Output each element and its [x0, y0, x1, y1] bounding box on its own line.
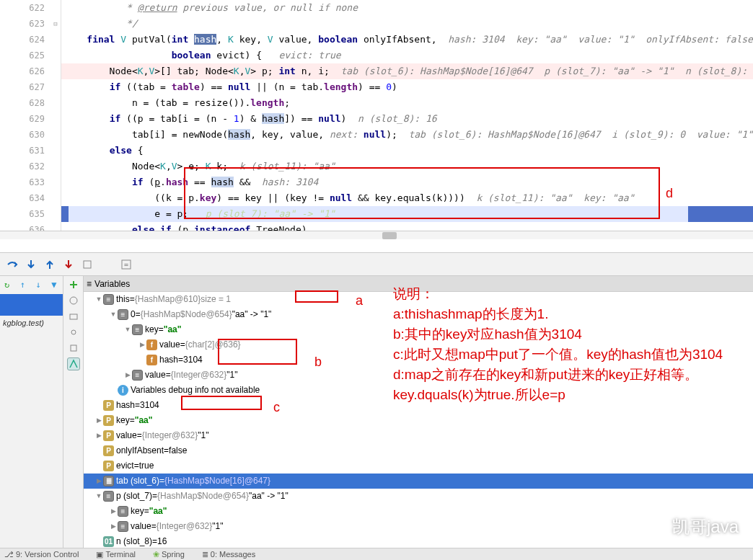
- filter-icon[interactable]: ▼: [51, 280, 63, 291]
- drop-frame-icon[interactable]: [81, 258, 94, 271]
- messages-icon: ≣: [202, 550, 208, 559]
- svg-rect-6: [71, 345, 76, 351]
- step-into-icon[interactable]: [25, 258, 38, 271]
- step-out-icon[interactable]: [43, 258, 56, 271]
- evaluate-icon[interactable]: =: [120, 258, 133, 271]
- fold-gutter: ⊟: [50, 0, 61, 238]
- var-evict[interactable]: Pevict = true: [84, 458, 753, 474]
- step-over-icon[interactable]: [6, 258, 19, 271]
- force-step-icon[interactable]: [62, 258, 75, 271]
- var-this[interactable]: ▼≡this = {HashMap@610} size = 1: [84, 292, 753, 307]
- add-watch-icon[interactable]: [67, 278, 80, 291]
- annotation-d: d: [666, 186, 673, 201]
- annotation-a-box: [295, 290, 338, 303]
- debug-toolbar: =: [0, 252, 753, 276]
- variables-tree[interactable]: a b c ▼≡this = {HashMap@610} size = 1 ▼≡…: [84, 292, 753, 549]
- code-editor[interactable]: 622 623 624 625 626 627 628 629 630 631 …: [0, 0, 753, 238]
- spring-icon: ❀: [153, 550, 159, 559]
- branch-icon: ⎇: [4, 550, 14, 559]
- svg-rect-4: [70, 314, 77, 319]
- debug-side-controls: ↻ ↑ ↓ ▼ kgblog.test): [0, 276, 63, 548]
- var-value2[interactable]: ▶≡value = {Integer@632} "1": [84, 368, 753, 383]
- mute-icon[interactable]: [67, 294, 80, 307]
- svg-rect-0: [84, 261, 91, 268]
- svg-point-3: [70, 297, 77, 304]
- code-area[interactable]: * @return previous value, or null if non…: [61, 0, 753, 238]
- var-hash-f[interactable]: fhash = 3104: [84, 352, 753, 368]
- annotation-c-box: [181, 396, 262, 410]
- spring-tab[interactable]: ❀Spring: [153, 550, 185, 559]
- var-value-p[interactable]: ▶Pvalue = {Integer@632} "1": [84, 428, 753, 443]
- var-onlyifabsent[interactable]: PonlyIfAbsent = false: [84, 443, 753, 458]
- annotation-a: a: [356, 293, 363, 308]
- bottom-toolbar: ⎇9: Version Control ▣Terminal ❀Spring ≣0…: [0, 548, 753, 560]
- stack-icon: ≡: [87, 276, 92, 292]
- annotation-c: c: [273, 400, 280, 415]
- annotation-d-box: [184, 167, 660, 219]
- copy-icon[interactable]: [67, 342, 80, 355]
- settings-icon[interactable]: [67, 326, 80, 339]
- context-label: kgblog.test): [0, 316, 63, 330]
- down-icon[interactable]: ↓: [36, 280, 48, 291]
- var-node0[interactable]: ▼≡0 = {HashMap$Node@654} "aa" -> "1": [84, 307, 753, 322]
- var-n[interactable]: 01n (slot_8) = 16: [84, 534, 753, 549]
- var-p-slot7[interactable]: ▼≡p (slot_7) = {HashMap$Node@654} "aa" -…: [84, 489, 753, 504]
- var-p-value[interactable]: ▶≡value = {Integer@632} "1": [84, 519, 753, 534]
- version-control-tab[interactable]: ⎇9: Version Control: [4, 550, 79, 559]
- up-icon[interactable]: ↑: [20, 280, 32, 291]
- svg-text:=: =: [124, 261, 128, 269]
- variables-header: ≡Variables: [84, 276, 753, 292]
- terminal-tab[interactable]: ▣Terminal: [96, 550, 136, 559]
- view-icon[interactable]: [67, 310, 80, 323]
- restart-icon[interactable]: ↻: [4, 280, 16, 291]
- terminal-icon: ▣: [96, 550, 103, 559]
- var-value[interactable]: ▶fvalue = {char[2]@636}: [84, 337, 753, 352]
- annotation-b-box: [218, 339, 297, 365]
- var-p-key[interactable]: ▶≡key = "aa": [84, 504, 753, 519]
- fold-toggle[interactable]: ⊟: [50, 16, 61, 32]
- debug-action-gutter: [63, 276, 84, 548]
- var-tab[interactable]: ▶≣tab (slot_6) = {HashMap$Node[16]@647}: [84, 474, 753, 489]
- var-key[interactable]: ▼≡key = "aa": [84, 322, 753, 337]
- svg-point-5: [71, 330, 76, 334]
- scrollbar-thumb[interactable]: [382, 232, 397, 239]
- gutter: 622 623 624 625 626 627 628 629 630 631 …: [0, 0, 50, 238]
- var-key-p[interactable]: ▶Pkey = "aa": [84, 413, 753, 428]
- annotation-b: b: [314, 355, 322, 370]
- memory-view-icon[interactable]: [67, 357, 80, 370]
- editor-scrollbar[interactable]: [0, 231, 753, 239]
- messages-tab[interactable]: ≣0: Messages: [202, 550, 255, 559]
